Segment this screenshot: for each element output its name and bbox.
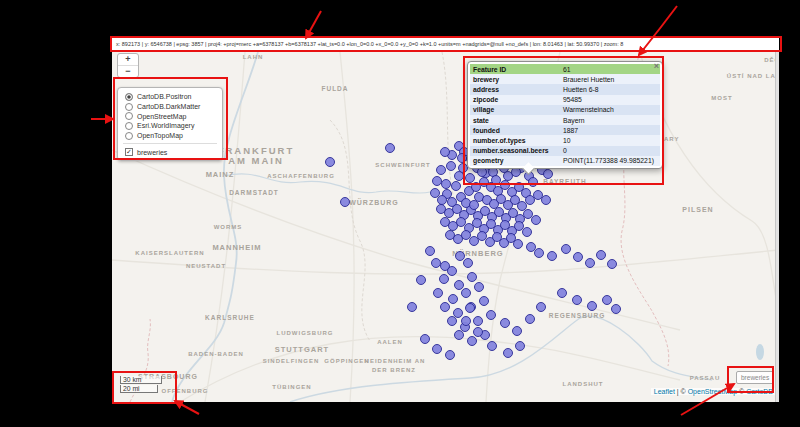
brewery-marker[interactable] [473,327,483,337]
brewery-marker[interactable] [487,341,497,351]
base-layer-option[interactable]: OpenTopoMap [118,131,222,141]
brewery-marker[interactable] [416,275,426,285]
popup-row-key: state [470,115,560,125]
brewery-marker[interactable] [451,181,461,191]
brewery-marker[interactable] [522,227,532,237]
brewery-marker[interactable] [557,288,567,298]
attribution-link[interactable]: Leaflet [654,388,675,395]
brewery-marker[interactable] [561,244,571,254]
brewery-marker[interactable] [515,341,525,351]
brewery-marker[interactable] [479,296,489,306]
checkbox-icon[interactable]: ✓ [125,148,133,156]
base-layer-option[interactable]: CartoDB.Positron [118,92,222,102]
brewery-marker[interactable] [454,330,464,340]
brewery-marker[interactable] [572,295,582,305]
popup-row-value: Bayern [560,115,660,125]
brewery-marker[interactable] [587,301,597,311]
radio-button-icon[interactable] [125,112,133,120]
map-label: PASSAU [690,375,721,381]
overlay-layer-label: breweries [137,149,167,156]
popup-row-value: Huetten 6-8 [560,84,660,94]
brewery-marker[interactable] [445,350,455,360]
map-label: TÜBINGEN [272,384,311,390]
brewery-marker[interactable] [469,200,479,210]
brewery-marker[interactable] [467,272,477,282]
base-layer-label: CartoDB.Positron [137,93,191,100]
popup-row-key: number.of.types [470,135,560,145]
radio-button-icon[interactable] [125,103,133,111]
brewery-marker[interactable] [431,258,441,268]
brewery-marker[interactable] [440,302,450,312]
map-label: KARLSRUHE [205,314,255,321]
brewery-marker[interactable] [432,344,442,354]
brewery-marker[interactable] [534,248,544,258]
brewery-marker[interactable] [547,251,557,261]
brewery-marker[interactable] [513,239,523,249]
brewery-marker[interactable] [525,314,535,324]
brewery-marker[interactable] [486,310,496,320]
brewery-marker[interactable] [340,197,350,207]
brewery-marker[interactable] [512,326,522,336]
brewery-marker[interactable] [325,157,335,167]
brewery-marker[interactable] [457,153,467,163]
brewery-marker[interactable] [602,295,612,305]
brewery-marker[interactable] [607,259,617,269]
brewery-marker[interactable] [474,282,484,292]
brewery-marker[interactable] [463,258,473,268]
arrow-to-statusbar [306,11,321,38]
brewery-marker[interactable] [425,246,435,256]
popup-row-value: POINT(11.773388 49.985221) [560,156,660,166]
brewery-marker[interactable] [440,147,450,157]
brewery-marker[interactable] [448,294,458,304]
popup-close-icon[interactable]: × [654,62,659,71]
brewery-marker[interactable] [439,274,449,284]
brewery-marker[interactable] [447,316,457,326]
brewery-marker[interactable] [528,177,538,187]
brewery-marker[interactable] [500,318,510,328]
brewery-marker[interactable] [433,288,443,298]
brewery-marker[interactable] [465,173,475,183]
brewery-marker[interactable] [420,334,430,344]
zoom-out-button[interactable]: − [118,65,138,77]
base-layer-option[interactable]: OpenStreetMap [118,111,222,121]
attribution-link[interactable]: OpenStreetMap [688,388,737,395]
brewery-marker[interactable] [465,303,475,313]
brewery-marker[interactable] [461,288,471,298]
brewery-marker[interactable] [461,316,471,326]
brewery-marker[interactable] [543,169,553,179]
base-layer-option[interactable]: Esri.WorldImagery [118,121,222,131]
brewery-marker[interactable] [531,215,541,225]
brewery-marker[interactable] [407,302,417,312]
overlay-layer-option[interactable]: ✓breweries [118,147,222,157]
radio-button-icon[interactable] [125,93,133,101]
zoom-to-layer-button[interactable]: breweries [736,371,774,384]
brewery-marker[interactable] [573,252,583,262]
base-layer-option[interactable]: CartoDB.DarkMatter [118,102,222,112]
popup-row: addressHuetten 6-8 [470,84,660,94]
map-label: FULDA [321,85,348,92]
attribution-link[interactable]: CartoDB [746,388,773,395]
popup-row-value: Brauerei Huetten [560,74,660,84]
brewery-marker[interactable] [441,179,451,189]
window-scrollbar[interactable] [775,51,779,402]
brewery-marker[interactable] [473,316,483,326]
leaflet-map[interactable]: FRANKFURTAM MAINMAINZASCHAFFENBURGDARMST… [112,51,779,402]
zoom-in-button[interactable]: + [118,54,138,65]
brewery-marker[interactable] [436,165,446,175]
brewery-marker[interactable] [385,143,395,153]
radio-button-icon[interactable] [125,122,133,130]
radio-button-icon[interactable] [125,132,133,140]
brewery-marker[interactable] [585,258,595,268]
popup-row-value: 10 [560,135,660,145]
brewery-marker[interactable] [491,175,501,185]
base-layer-label: CartoDB.DarkMatter [137,103,200,110]
brewery-marker[interactable] [596,250,606,260]
brewery-marker[interactable] [447,266,457,276]
brewery-marker[interactable] [446,161,456,171]
brewery-marker[interactable] [467,336,477,346]
brewery-marker[interactable] [536,302,546,312]
brewery-marker[interactable] [503,348,513,358]
popup-row-key: address [470,84,560,94]
brewery-marker[interactable] [611,304,621,314]
brewery-marker[interactable] [541,195,551,205]
